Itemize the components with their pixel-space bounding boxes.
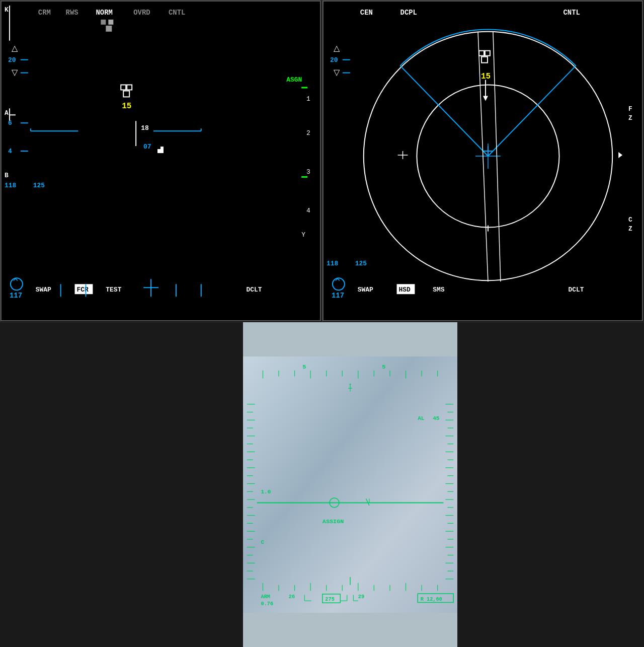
fcr-bldg-sym2 (160, 147, 164, 153)
fcr-circle-icon (11, 278, 23, 290)
fcr-arrow-dn: ▽ (12, 68, 18, 78)
fcr-crm-label: CRM (38, 9, 51, 17)
fcr-target-sq1 (121, 85, 126, 90)
fcr-panel: CRM RWS NORM OVRD CNTL K △ 20 ▽ (0, 0, 322, 322)
fcr-scale-4: 4 (306, 207, 310, 214)
hsd-svg-overlay: CEN DCPL CNTL △ 20 ▽ 118 125 F Z C Z (323, 1, 643, 322)
fcr-target-sq2 (127, 85, 132, 90)
bottom-left-spacer (0, 322, 107, 647)
hsd-125-label: 125 (355, 260, 367, 267)
bottom-right-spacer (457, 322, 644, 647)
mfd-svg-overlay: 5 5 AL 45 (243, 322, 457, 647)
hsd-dclt-label: DCLT (568, 286, 584, 294)
hsd-hsd-box: HSD (399, 286, 411, 294)
fcr-asgn-label: ASGN (286, 76, 302, 84)
fcr-circle-arrow (14, 278, 18, 280)
hsd-right-arrow (618, 152, 622, 158)
hsd-blue-arc (400, 30, 576, 66)
fcr-118-label: 118 (5, 182, 17, 189)
fcr-6-label: 6 (8, 119, 12, 127)
hsd-cen-label: CEN (360, 9, 373, 17)
fcr-dclt-label: DCLT (246, 286, 262, 294)
mfd-hdg-box (323, 594, 341, 603)
fcr-20-label: 20 (8, 56, 16, 64)
hsd-z2-label: Z (628, 225, 632, 233)
hsd-c-label: C (628, 216, 632, 224)
fcr-k-label: K (5, 6, 9, 14)
mfd-panel: 5 5 AL 45 (243, 322, 457, 647)
hsd-dcpl-label: DCPL (400, 9, 417, 17)
mfd-sym-line (366, 499, 369, 506)
mfd-r-box (418, 594, 453, 602)
hsd-target-arrow (483, 96, 488, 101)
hsd-course-line2 (493, 32, 501, 281)
fcr-15-label: 15 (122, 102, 131, 111)
mfd-hdg-26: 26 (289, 594, 295, 600)
fcr-b-label: B (5, 172, 9, 179)
mfd-arm-label: ARM (261, 594, 270, 600)
hsd-target-sq2 (485, 51, 490, 56)
fcr-18-label: 18 (141, 124, 149, 132)
fcr-scale-2: 2 (306, 129, 310, 137)
top-row: CRM RWS NORM OVRD CNTL K △ 20 ▽ (0, 0, 644, 322)
mfd-top-5-right: 5 (382, 364, 385, 371)
hsd-sms-label: SMS (433, 286, 445, 294)
hsd-20-label: 20 (330, 56, 338, 64)
fcr-green-mark1 (301, 87, 307, 88)
hsd-box-bg (397, 284, 415, 294)
fcr-arrow-up: △ (12, 44, 18, 53)
mfd-bg (243, 356, 457, 613)
mfd-r-value: R 12,60 (421, 596, 442, 602)
mfd-assign-label: ASSIGN (323, 518, 344, 525)
fcr-scale-3: 3 (306, 168, 310, 176)
fcr-y-label: Y (301, 231, 305, 239)
mfd-al-label: AL (418, 415, 425, 421)
fcr-gray-sq1 (101, 20, 106, 25)
hsd-cntl-label: CNTL (564, 9, 580, 17)
fcr-07-label: 07 (143, 143, 151, 151)
fcr-target-sq3 (123, 91, 129, 97)
fcr-swap-label: SWAP (36, 286, 51, 294)
hsd-course-line (478, 32, 488, 281)
fcr-125-label: 125 (33, 182, 45, 189)
hsd-118-label: 118 (327, 260, 339, 267)
fcr-green-mark2 (301, 176, 307, 178)
hsd-panel: CEN DCPL CNTL △ 20 ▽ 118 125 F Z C Z (322, 0, 644, 322)
hsd-117-label: 117 (332, 292, 344, 300)
hsd-target-sq1 (479, 51, 484, 56)
fcr-a-label: A (5, 109, 9, 117)
fcr-gray-sq2 (108, 20, 113, 25)
hsd-inner-circle (417, 85, 559, 227)
fcr-test-label: TEST (106, 286, 121, 294)
fcr-rws-label: RWS (66, 9, 78, 17)
hsd-z1-label: Z (628, 114, 632, 122)
hsd-circle-icon (333, 278, 345, 290)
hsd-outer-circle (364, 32, 612, 280)
hsd-circle-arrow (336, 278, 340, 280)
fcr-cntl-label: CNTL (169, 9, 185, 17)
fcr-bldg-sym (157, 149, 162, 153)
hsd-15-label: 15 (481, 72, 491, 81)
fcr-117-label: 117 (10, 292, 22, 300)
hsd-border (323, 1, 642, 321)
fcr-box-bg (75, 284, 93, 294)
fcr-ovrd-label: OVRD (133, 9, 150, 17)
mfd-hdg-value: 275 (325, 596, 334, 602)
hsd-radar-line-right (488, 66, 576, 156)
hsd-swap-label: SWAP (358, 286, 373, 294)
mfd-aircraft-circle (330, 498, 339, 508)
bottom-row: 5 5 AL 45 (0, 322, 644, 647)
hsd-target-sq3 (481, 57, 488, 63)
hsd-radar-line-left (400, 66, 488, 156)
mfd-al-value: 45 (433, 415, 440, 421)
hsd-arrow-up: △ (334, 44, 340, 53)
mfd-range-label: 1.0 (261, 489, 271, 495)
main-container: CRM RWS NORM OVRD CNTL K △ 20 ▽ (0, 0, 644, 647)
fcr-gray-sq3 (106, 26, 112, 32)
hsd-arrow-dn: ▽ (334, 68, 340, 78)
mfd-top-5-left: 5 (302, 364, 306, 371)
fcr-svg-overlay: CRM RWS NORM OVRD CNTL K △ 20 ▽ (1, 1, 321, 322)
fcr-scale-1: 1 (306, 95, 310, 103)
fcr-border (1, 1, 320, 321)
fcr-4-label: 4 (8, 148, 12, 155)
